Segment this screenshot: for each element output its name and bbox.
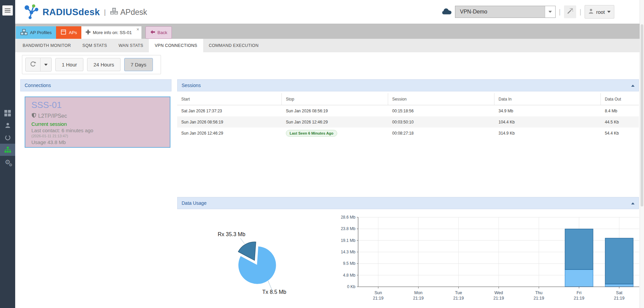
connection-type: L2TP/IPSec: [31, 113, 170, 119]
session-cell: Sun Jan 2026 08:56:19: [177, 116, 282, 128]
sidebar-item-monitor[interactable]: [0, 132, 15, 144]
x-axis-day-label: Fri: [576, 290, 582, 295]
time-range-toolbar: 1 Hour 24 Hours 7 Days: [22, 55, 161, 74]
brand-separator: |: [104, 8, 106, 16]
refresh-button[interactable]: [26, 58, 41, 71]
back-button[interactable]: Back: [145, 26, 172, 39]
sessions-table-header: Start Stop Session Data In Data Out: [177, 93, 639, 105]
magic-wand-icon: [566, 7, 574, 16]
tab-wan-stats[interactable]: WAN STATS: [113, 39, 149, 52]
sessions-table-body: Sat Jan 2026 17:37:23Sun Jan 2026 08:56:…: [177, 105, 639, 139]
radiusdesk-window: ⚙⚙ RADIUSdesk | APde: [0, 0, 644, 308]
sidebar: ⚙⚙: [0, 0, 15, 308]
user-icon: [588, 8, 594, 15]
x-axis-time-label: 21:19: [574, 296, 584, 301]
collapse-icon[interactable]: [631, 83, 635, 87]
x-axis-time-label: 21:19: [453, 296, 464, 301]
session-cell: Sun Jan 2026 12:46:29: [282, 116, 388, 128]
hamburger-menu-button[interactable]: [2, 5, 13, 16]
button-24-hours[interactable]: 24 Hours: [87, 58, 120, 71]
session-cell: Sat Jan 2026 17:37:23: [177, 105, 282, 116]
grid-icon: [4, 110, 11, 116]
daily-usage-bar-chart: 0 Kb4.8 Mb9.5 Mb14.3 Mb19.1 Mb23.8 Mb28.…: [338, 213, 640, 308]
chevron-down-icon: [607, 11, 611, 15]
sidebar-item-users[interactable]: [0, 119, 15, 132]
site-selector-arrow[interactable]: [545, 6, 555, 18]
y-axis-tick-label: 19.1 Mb: [341, 238, 356, 243]
session-cell: 00:15:18:56: [388, 105, 494, 116]
user-menu-button[interactable]: root: [585, 5, 614, 19]
x-axis-day-label: Sun: [374, 290, 382, 295]
column-header-stop[interactable]: Stop: [282, 93, 388, 105]
sessions-panel-header: Sessions: [177, 79, 639, 91]
tab-more-info-ss01[interactable]: More info on: SS-01 ×: [81, 26, 141, 39]
refresh-menu-caret[interactable]: [41, 58, 51, 71]
session-cell: 54.4 Kb: [601, 128, 639, 139]
pie-slice-label: Tx 8.5 Mb: [262, 289, 286, 295]
x-axis-time-label: 21:19: [413, 296, 424, 301]
app-header: RADIUSdesk | APdesk VPN-Demo |: [15, 0, 644, 24]
session-row[interactable]: Sun Jan 2026 08:56:19Sun Jan 2026 12:46:…: [177, 116, 639, 128]
arrow-left-icon: [150, 30, 155, 35]
column-header-session[interactable]: Session: [388, 93, 494, 105]
tab-command-execution[interactable]: COMMAND EXECUTION: [203, 39, 264, 52]
site-selector[interactable]: VPN-Demo: [455, 6, 556, 18]
connections-panel: Connections SSS-01 L2TP/IPSec Current se…: [20, 79, 171, 148]
site-selector-value: VPN-Demo: [455, 6, 545, 18]
button-7-days[interactable]: 7 Days: [124, 58, 153, 71]
tab-sqm-stats[interactable]: SQM STATS: [77, 39, 113, 52]
plus-icon: [86, 30, 90, 35]
session-row[interactable]: Sun Jan 2026 12:46:29Last Seen 6 Minutes…: [177, 128, 639, 139]
sidebar-item-settings[interactable]: ⚙⚙: [0, 156, 15, 168]
wizard-button[interactable]: [564, 5, 576, 18]
bar-segment-rx: [565, 229, 593, 270]
sitemap-icon: [4, 147, 11, 153]
x-axis-day-label: Thu: [535, 290, 543, 295]
bar-segment-tx: [605, 284, 633, 287]
y-axis-tick-label: 23.8 Mb: [341, 226, 356, 231]
tab-bandwidth-monitor[interactable]: BANDWIDTH MONITOR: [17, 39, 77, 52]
close-icon[interactable]: ×: [136, 27, 139, 32]
y-axis-tick-label: 14.3 Mb: [341, 250, 356, 254]
session-cell: 44.5 Kb: [601, 116, 639, 128]
last-seen-badge: Last Seen 6 Minutes Ago: [286, 130, 337, 137]
refresh-split-button[interactable]: [25, 58, 52, 72]
pie-label-leader: [240, 238, 245, 244]
session-cell: 314.9 Kb: [494, 128, 601, 139]
tab-ap-profiles[interactable]: AP Profiles: [16, 26, 56, 39]
column-header-data-out[interactable]: Data Out: [601, 93, 639, 105]
sidebar-item-network-active[interactable]: [0, 144, 15, 156]
header-divider: |: [580, 8, 581, 16]
app-name: APdesk: [110, 8, 147, 17]
column-header-data-in[interactable]: Data In: [494, 93, 601, 105]
session-cell: 00:03:50:10: [388, 116, 494, 128]
y-axis-tick-label: 4.8 Mb: [343, 273, 355, 278]
tab-aps[interactable]: APs: [56, 26, 81, 39]
connections-panel-header: Connections: [20, 79, 171, 91]
tab-vpn-connections[interactable]: VPN CONNECTIONS: [149, 39, 203, 52]
rx-tx-pie-chart: Rx 35.3 MbTx 8.5 Mb: [203, 223, 321, 308]
session-cell: 8.4 Mb: [601, 105, 639, 116]
data-usage-panel: Data Usage Rx 35.3 MbTx 8.5 Mb 0 Kb4.8 M…: [177, 197, 639, 308]
pie-label-leader: [268, 281, 272, 290]
sidebar-item-dashboard[interactable]: [0, 107, 15, 119]
x-axis-time-label: 21:19: [614, 296, 624, 301]
connection-last-contact: Last contact: 6 minutes ago: [31, 128, 170, 133]
detail-tab-bar: BANDWIDTH MONITOR SQM STATS WAN STATS VP…: [15, 39, 640, 52]
column-header-start[interactable]: Start: [177, 93, 282, 105]
session-row[interactable]: Sat Jan 2026 17:37:23Sun Jan 2026 08:56:…: [177, 105, 639, 116]
button-1-hour[interactable]: 1 Hour: [55, 58, 83, 71]
connection-card-sss01[interactable]: SSS-01 L2TP/IPSec Current session Last c…: [25, 96, 170, 148]
scrollbar-thumb[interactable]: [641, 24, 643, 206]
cloud-icon: [441, 7, 452, 16]
session-cell: Sun Jan 2026 08:56:19: [282, 105, 388, 116]
x-axis-day-label: Wed: [494, 290, 503, 295]
sessions-title: Sessions: [182, 83, 201, 88]
collapse-icon[interactable]: [631, 201, 635, 204]
header-controls: VPN-Demo | | root: [441, 0, 614, 24]
cubes-icon: [20, 29, 28, 36]
brand-name: RADIUSdesk: [43, 7, 100, 18]
data-usage-panel-header: Data Usage: [177, 197, 639, 209]
vertical-scrollbar[interactable]: [640, 0, 644, 308]
shield-icon: [31, 113, 36, 119]
